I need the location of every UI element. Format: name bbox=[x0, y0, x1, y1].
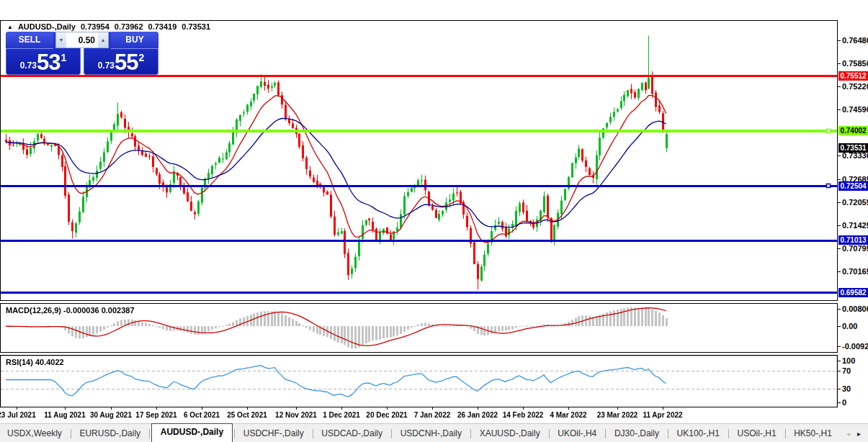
price-level-badge: 0.72504 bbox=[838, 181, 868, 191]
volume-stepper: ▼ ▲ bbox=[55, 32, 109, 48]
axis-tick bbox=[838, 371, 841, 371]
volume-input[interactable] bbox=[66, 32, 98, 48]
axis-tick bbox=[838, 202, 841, 203]
chart-tab-dj30-daily[interactable]: DJ30-,Daily bbox=[607, 425, 666, 441]
price-level-badge: 0.73531 bbox=[838, 143, 868, 153]
ohlc-open: 0.73954 bbox=[81, 22, 109, 31]
date-label: 1 Dec 2021 bbox=[323, 411, 360, 419]
rsi-axis-label: 0 bbox=[842, 398, 846, 407]
price-level-badge: 0.75512 bbox=[838, 71, 868, 81]
buy-button[interactable]: BUY bbox=[111, 32, 158, 49]
sell-price-sup: 1 bbox=[61, 52, 67, 63]
sell-price-big: 53 bbox=[37, 52, 60, 73]
axis-tick bbox=[838, 179, 841, 180]
date-axis: 23 Jul 202111 Aug 202130 Aug 202117 Sep … bbox=[0, 407, 838, 424]
terminal-window: 5M30H1H4D1W1MN ▲ AUDUSD-,Daily 0.73954 0… bbox=[0, 0, 868, 442]
date-tick bbox=[523, 407, 524, 410]
price-tick-label: 0.70795 bbox=[842, 244, 868, 253]
tab-scroll-left-icon[interactable]: ◂ bbox=[846, 430, 850, 438]
chart-tab-uk100-h1[interactable]: UK100-,H1 bbox=[670, 425, 727, 441]
chart-tab-usdx-weekly[interactable]: USDX,Weekly bbox=[0, 425, 69, 441]
volume-increase-button[interactable]: ▲ bbox=[98, 32, 108, 48]
chart-tab-audusd-daily[interactable]: AUDUSD-,Daily bbox=[151, 423, 233, 442]
date-label: 26 Jan 2022 bbox=[457, 411, 498, 419]
macd-axis-label: 0.00 bbox=[842, 322, 857, 330]
date-label: 20 Dec 2021 bbox=[366, 411, 407, 419]
date-label: 4 Mar 2022 bbox=[550, 411, 586, 419]
axis-tick bbox=[838, 86, 841, 87]
date-tick bbox=[478, 407, 478, 410]
price-level-badge: 0.71013 bbox=[838, 235, 868, 245]
date-label: 14 Feb 2022 bbox=[503, 411, 544, 419]
axis-tick bbox=[838, 248, 841, 249]
price-tick-label: 0.70165 bbox=[842, 267, 868, 276]
date-tick bbox=[663, 407, 663, 410]
date-tick bbox=[247, 407, 248, 410]
date-label: 12 Nov 2021 bbox=[275, 411, 317, 419]
price-tick-label: 0.71425 bbox=[842, 221, 868, 230]
macd-axis-label: -0.00928 bbox=[842, 342, 868, 351]
tab-separator bbox=[728, 429, 729, 438]
sell-button[interactable]: SELL bbox=[6, 32, 53, 49]
date-label: 17 Sep 2021 bbox=[135, 411, 176, 419]
buy-price-big: 55 bbox=[115, 52, 138, 73]
chart-tab-eurusd-daily[interactable]: EURUSD-,Daily bbox=[72, 425, 148, 441]
tab-separator bbox=[313, 429, 313, 438]
chart-tab-xauusd-daily[interactable]: XAUUSD-,Daily bbox=[473, 425, 547, 441]
chart-tab-usoil-h1[interactable]: USOil-,H1 bbox=[730, 425, 784, 441]
date-tick bbox=[296, 407, 297, 410]
tab-separator bbox=[234, 429, 235, 438]
price-level-badge: 0.69582 bbox=[838, 288, 868, 297]
sell-price: 0.73531 bbox=[6, 48, 81, 73]
rsi-label: RSI(14) 40.4022 bbox=[6, 358, 64, 366]
date-tick bbox=[341, 407, 342, 410]
date-tick bbox=[202, 407, 202, 410]
chart-area: ▲ AUDUSD-,Daily 0.73954 0.73962 0.73419 … bbox=[0, 0, 868, 423]
volume-decrease-button[interactable]: ▼ bbox=[56, 32, 66, 48]
rsi-axis-label: 70 bbox=[842, 366, 851, 375]
axis-tick bbox=[838, 346, 841, 347]
buy-price-small: 0.73 bbox=[98, 60, 115, 71]
buy-price-sup: 2 bbox=[139, 52, 145, 63]
date-tick bbox=[432, 407, 433, 410]
price-axis: 0.764800.758500.752200.745900.733300.726… bbox=[838, 0, 868, 423]
buy-price: 0.73552 bbox=[84, 48, 158, 73]
tab-separator bbox=[605, 429, 606, 438]
ohlc-low: 0.73419 bbox=[148, 22, 177, 31]
axis-tick bbox=[838, 271, 841, 272]
date-label: 23 Mar 2022 bbox=[597, 411, 638, 419]
chart-tab-usdcnh-daily[interactable]: USDCNH-,Daily bbox=[393, 425, 469, 441]
date-label: 23 Jul 2021 bbox=[0, 411, 36, 419]
date-label: 30 Aug 2021 bbox=[90, 411, 132, 419]
date-tick bbox=[156, 407, 157, 410]
price-tick-label: 0.75850 bbox=[842, 59, 868, 68]
axis-tick bbox=[838, 109, 841, 110]
date-label: 6 Oct 2021 bbox=[184, 411, 220, 419]
chart-tab-usdcad-daily[interactable]: USDCAD-,Daily bbox=[314, 425, 390, 441]
macd-axis-label: 0.008061 bbox=[842, 305, 868, 313]
rsi-axis-label: 30 bbox=[842, 384, 851, 393]
axis-tick bbox=[838, 326, 841, 327]
rsi-indicator-chart[interactable] bbox=[0, 355, 838, 407]
tab-separator bbox=[71, 429, 71, 438]
date-tick bbox=[568, 407, 569, 410]
tab-scroll-right-icon[interactable]: ▸ bbox=[857, 430, 861, 438]
sell-price-small: 0.73 bbox=[20, 60, 37, 71]
symbol-dropdown-arrow-icon[interactable]: ▲ bbox=[7, 24, 13, 30]
macd-label: MACD(12,26,9) -0.000036 0.002387 bbox=[6, 306, 135, 315]
symbol-label: AUDUSD-,Daily bbox=[18, 22, 76, 31]
chart-title: ▲ AUDUSD-,Daily 0.73954 0.73962 0.73419 … bbox=[7, 22, 210, 31]
chart-tab-usdchf-daily[interactable]: USDCHF-,Daily bbox=[236, 425, 311, 441]
chart-tab-ukoil-h4[interactable]: UKOil-,H4 bbox=[550, 425, 604, 441]
date-tick bbox=[617, 407, 618, 410]
tab-separator bbox=[549, 429, 550, 438]
symbol-tab-bar: USDX,WeeklyEURUSD-,DailyAUDUSD-,DailyUSD… bbox=[0, 423, 868, 442]
ohlc-close: 0.73531 bbox=[182, 22, 210, 31]
axis-tick bbox=[838, 309, 841, 310]
price-tick-label: 0.76480 bbox=[842, 36, 868, 45]
tab-separator bbox=[391, 429, 392, 438]
tab-separator bbox=[785, 429, 786, 438]
axis-tick bbox=[838, 361, 841, 361]
axis-tick bbox=[838, 63, 841, 64]
chart-tab-hk50-h1[interactable]: HK50-,H1 bbox=[787, 425, 839, 441]
